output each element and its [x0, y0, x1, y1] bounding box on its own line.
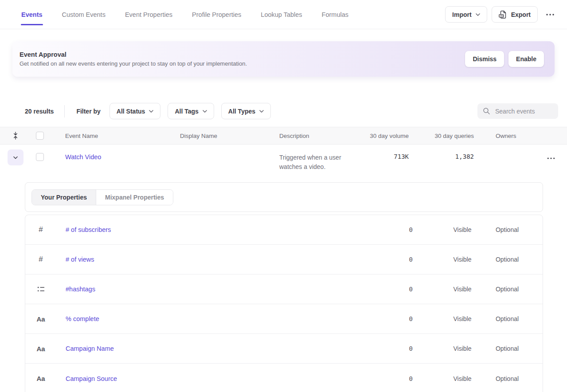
event-description-line1: Triggered when a user [279, 153, 352, 162]
banner-subtitle: Get notified on all new events entering … [20, 60, 465, 67]
property-query-count: 0 [364, 286, 413, 293]
collapse-row-button[interactable] [8, 149, 23, 165]
banner-title: Event Approval [20, 51, 465, 58]
tab-event-properties[interactable]: Event Properties [125, 9, 172, 20]
search-icon [483, 107, 490, 115]
tags-filter-label: All Tags [175, 108, 198, 115]
property-name-link[interactable]: % complete [56, 315, 364, 322]
property-requirement: Optional [489, 226, 525, 233]
property-requirement: Optional [489, 345, 525, 352]
event-description-line2: watches a video. [279, 162, 352, 172]
row-menu-button[interactable] [545, 156, 557, 161]
property-requirement: Optional [489, 315, 525, 322]
export-button-label: Export [511, 11, 531, 18]
enable-button[interactable]: Enable [508, 51, 544, 67]
column-header-description: Description [275, 133, 364, 139]
list-type-icon [25, 286, 56, 293]
tab-formulas[interactable]: Formulas [322, 9, 348, 20]
tags-filter-dropdown[interactable]: All Tags [168, 103, 214, 119]
dismiss-button[interactable]: Dismiss [465, 51, 504, 67]
tab-custom-events[interactable]: Custom Events [62, 9, 106, 20]
search-box[interactable] [477, 103, 558, 119]
property-query-count: 0 [364, 226, 413, 233]
property-row: Aa Campaign Source 0 Visible Optional [25, 364, 543, 392]
property-row: Aa Campaign Name 0 Visible Optional [25, 334, 543, 364]
tab-events[interactable]: Events [21, 9, 43, 20]
select-all-checkbox[interactable] [36, 132, 44, 140]
chevron-down-icon [203, 110, 207, 113]
property-visibility: Visible [436, 256, 489, 263]
events-table-header: Event Name Display Name Description 30 d… [0, 127, 567, 145]
types-filter-label: All Types [228, 108, 255, 115]
properties-list: # # of subscribers 0 Visible Optional # … [25, 215, 543, 392]
property-requirement: Optional [489, 375, 525, 382]
column-header-event-name: Event Name [58, 133, 180, 139]
property-visibility: Visible [436, 226, 489, 233]
property-requirement: Optional [489, 286, 525, 293]
text-type-icon: Aa [25, 375, 56, 382]
properties-tab-group: Your Properties Mixpanel Properties [31, 189, 173, 205]
collapse-vertical-icon [12, 131, 19, 140]
chevron-down-icon [476, 13, 480, 16]
properties-tabs-card: Your Properties Mixpanel Properties [25, 182, 543, 212]
results-count: 20 results [25, 108, 54, 115]
lexicon-events-page: Events Custom Events Event Properties Pr… [0, 0, 567, 392]
event-queries: 1,382 [412, 153, 477, 160]
chevron-down-icon [149, 110, 153, 113]
row-checkbox[interactable] [36, 153, 44, 161]
filter-dropdowns: All Status All Tags All Types [109, 103, 271, 119]
collapse-all-button[interactable] [0, 131, 31, 140]
event-description: Triggered when a user watches a video. [275, 153, 352, 172]
import-button[interactable]: Import [445, 6, 487, 23]
property-name-link[interactable]: Campaign Source [56, 375, 364, 382]
property-name-link[interactable]: # of views [56, 256, 364, 263]
property-query-count: 0 [364, 345, 413, 352]
property-visibility: Visible [436, 345, 489, 352]
property-visibility: Visible [436, 375, 489, 382]
csv-file-icon: csv [499, 10, 507, 19]
nav-actions: Import csv Export [445, 6, 558, 23]
column-header-volume: 30 day volume [364, 133, 412, 139]
ellipsis-icon [546, 14, 555, 16]
types-filter-dropdown[interactable]: All Types [221, 103, 271, 119]
event-volume: 713K [364, 153, 412, 160]
property-query-count: 0 [364, 375, 413, 382]
import-button-label: Import [452, 11, 472, 18]
text-type-icon: Aa [25, 345, 56, 353]
filter-row: 20 results Filter by All Status All Tags… [25, 103, 558, 119]
property-query-count: 0 [364, 315, 413, 322]
property-row: # # of views 0 Visible Optional [25, 245, 543, 274]
text-type-icon: Aa [25, 315, 56, 323]
property-row: Aa % complete 0 Visible Optional [25, 304, 543, 334]
svg-text:csv: csv [500, 15, 504, 17]
more-options-button[interactable] [542, 11, 558, 18]
property-name-link[interactable]: # of subscribers [56, 226, 364, 233]
property-name-link[interactable]: #hashtags [56, 286, 364, 293]
banner-text: Event Approval Get notified on all new e… [20, 51, 465, 67]
column-header-owners: Owners [496, 133, 536, 139]
nav-tabs: Events Custom Events Event Properties Pr… [21, 9, 445, 20]
top-navbar: Events Custom Events Event Properties Pr… [0, 0, 567, 29]
tab-lookup-tables[interactable]: Lookup Tables [261, 9, 302, 20]
status-filter-label: All Status [117, 108, 145, 115]
column-header-queries: 30 day queries [412, 133, 477, 139]
number-type-icon: # [25, 255, 56, 264]
property-visibility: Visible [436, 315, 489, 322]
property-visibility: Visible [436, 286, 489, 293]
tab-mixpanel-properties[interactable]: Mixpanel Properties [96, 190, 173, 205]
filter-by-label: Filter by [76, 108, 100, 115]
divider [64, 105, 65, 118]
event-name-link[interactable]: Watch Video [65, 153, 101, 161]
number-type-icon: # [25, 225, 56, 234]
status-filter-dropdown[interactable]: All Status [109, 103, 161, 119]
banner-actions: Dismiss Enable [465, 51, 544, 67]
search-input[interactable] [494, 107, 554, 115]
event-approval-banner: Event Approval Get notified on all new e… [12, 41, 555, 77]
export-button[interactable]: csv Export [492, 6, 538, 23]
tab-your-properties[interactable]: Your Properties [32, 190, 96, 205]
property-query-count: 0 [364, 256, 413, 263]
property-row: # # of subscribers 0 Visible Optional [25, 215, 543, 245]
tab-profile-properties[interactable]: Profile Properties [192, 9, 241, 20]
column-header-display-name: Display Name [180, 133, 275, 139]
property-name-link[interactable]: Campaign Name [56, 345, 364, 352]
